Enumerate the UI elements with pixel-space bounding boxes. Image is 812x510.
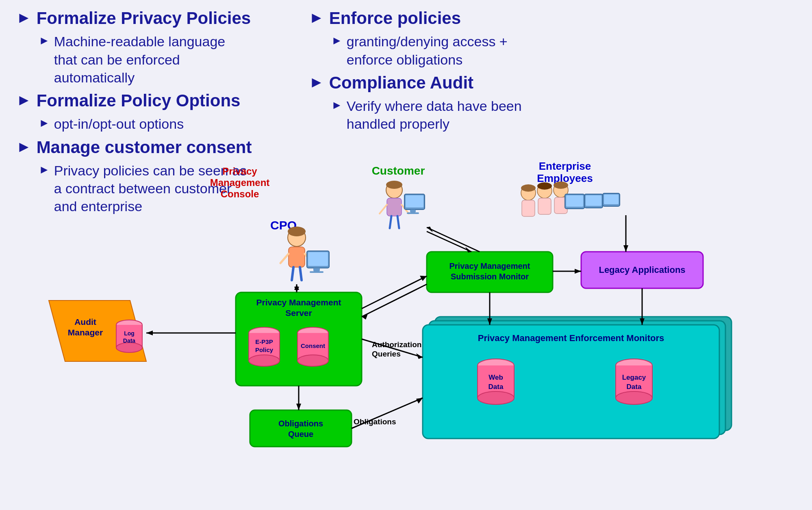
arrow-icon-r-sub-1: ► <box>331 34 343 47</box>
svg-rect-67 <box>423 325 719 439</box>
svg-text:Queue: Queue <box>288 430 313 439</box>
arrow-icon-sub-1: ► <box>39 34 50 47</box>
svg-marker-100 <box>420 276 427 281</box>
bullet-r2: ► Compliance Audit <box>309 73 545 93</box>
svg-rect-41 <box>586 195 601 206</box>
svg-rect-60 <box>427 252 553 292</box>
svg-point-73 <box>478 391 514 404</box>
svg-rect-11 <box>307 251 329 268</box>
svg-text:Log: Log <box>124 330 135 337</box>
svg-marker-102 <box>362 314 368 320</box>
svg-text:Consent: Consent <box>301 342 325 349</box>
svg-marker-83 <box>49 300 146 361</box>
bullet-2-sub-1-text: opt-in/opt-out options <box>54 115 184 133</box>
svg-point-51 <box>249 355 280 366</box>
svg-text:Privacy Management: Privacy Management <box>449 261 530 270</box>
svg-marker-98 <box>294 287 299 292</box>
svg-line-116 <box>427 231 471 252</box>
svg-text:Submission Monitor: Submission Monitor <box>451 272 529 281</box>
arrow-icon-r1: ► <box>309 9 324 26</box>
svg-rect-65 <box>435 317 732 430</box>
svg-text:Customer: Customer <box>372 164 425 177</box>
bullet-3-sub-1: ► Privacy policies can be seen as a cont… <box>39 162 252 216</box>
svg-text:Privacy Management Enforcement: Privacy Management Enforcement Monitors <box>478 333 664 343</box>
bullet-3-text: Manage customer consent <box>37 137 252 158</box>
svg-rect-39 <box>566 195 583 207</box>
svg-point-58 <box>297 355 328 366</box>
svg-rect-48 <box>249 333 280 361</box>
bullet-2-text: Formalize Policy Options <box>37 91 241 111</box>
svg-text:Obligations: Obligations <box>354 417 396 426</box>
svg-text:Policy: Policy <box>255 346 274 353</box>
right-column: ► Enforce policies ► granting/denying ac… <box>309 8 545 136</box>
arrow-icon-3: ► <box>16 138 32 156</box>
svg-point-54 <box>297 327 328 339</box>
svg-rect-63 <box>581 252 703 288</box>
svg-point-17 <box>386 181 402 189</box>
svg-marker-97 <box>294 284 299 290</box>
svg-rect-37 <box>554 197 567 214</box>
bullet-r1-sub-1: ► granting/denying access + enforce obli… <box>331 32 545 68</box>
svg-line-99 <box>362 276 427 309</box>
bullet-r2-sub-1: ► Verify where data have been handled pr… <box>331 97 545 133</box>
svg-point-35 <box>554 183 568 197</box>
bullet-2: ► Formalize Policy Options <box>16 91 252 111</box>
bullet-3: ► Manage customer consent <box>16 137 252 158</box>
svg-point-32 <box>537 184 552 198</box>
svg-line-9 <box>292 267 293 280</box>
left-column: ► Formalize Privacy Policies ► Machine-r… <box>16 8 252 218</box>
svg-point-36 <box>554 182 568 189</box>
svg-rect-40 <box>584 194 603 208</box>
bullet-1: ► Formalize Privacy Policies <box>16 8 252 28</box>
svg-text:Audit: Audit <box>74 317 96 326</box>
arrow-icon-sub-2: ► <box>39 117 50 130</box>
bullet-2-sub-1: ► opt-in/opt-out options <box>39 115 252 133</box>
svg-rect-42 <box>603 193 620 206</box>
svg-line-8 <box>305 254 313 263</box>
svg-rect-18 <box>387 198 402 216</box>
svg-rect-25 <box>410 210 416 212</box>
bullet-r2-text: Compliance Audit <box>329 73 473 93</box>
svg-text:Web: Web <box>489 374 503 381</box>
bullet-r2-sub-1-text: Verify where data have been handled prop… <box>347 97 545 133</box>
svg-text:Obligations: Obligations <box>278 419 323 428</box>
svg-rect-44 <box>236 292 362 386</box>
svg-marker-121 <box>623 245 628 252</box>
svg-line-22 <box>397 216 399 228</box>
svg-text:Privacy Management: Privacy Management <box>256 298 341 307</box>
arrow-icon-2: ► <box>16 91 32 109</box>
bullet-1-text: Formalize Privacy Policies <box>37 8 251 28</box>
svg-rect-31 <box>522 200 535 216</box>
svg-point-90 <box>116 343 142 352</box>
svg-rect-6 <box>289 247 305 267</box>
svg-marker-108 <box>146 331 153 335</box>
svg-point-5 <box>288 227 306 236</box>
svg-text:Data: Data <box>123 337 136 344</box>
svg-rect-34 <box>538 198 551 214</box>
svg-rect-87 <box>116 325 142 348</box>
svg-line-118 <box>427 227 480 252</box>
svg-rect-26 <box>407 212 419 214</box>
svg-rect-12 <box>308 252 328 266</box>
svg-rect-13 <box>313 268 320 271</box>
svg-text:Data: Data <box>627 383 642 391</box>
svg-text:CPO: CPO <box>270 218 297 232</box>
svg-point-29 <box>521 186 536 200</box>
svg-rect-23 <box>404 194 425 210</box>
svg-marker-104 <box>416 353 423 359</box>
svg-text:Legacy Applications: Legacy Applications <box>599 265 685 275</box>
svg-text:Server: Server <box>285 308 312 318</box>
bullet-r1-sub-1-text: granting/denying access + enforce obliga… <box>347 32 545 68</box>
svg-line-19 <box>380 205 387 214</box>
bullet-r1: ► Enforce policies <box>309 8 545 28</box>
svg-marker-110 <box>296 404 301 410</box>
arrow-icon-sub-3: ► <box>39 163 50 176</box>
svg-marker-117 <box>465 247 471 253</box>
svg-point-16 <box>386 182 402 198</box>
svg-rect-14 <box>310 271 323 273</box>
svg-point-69 <box>478 359 514 372</box>
svg-line-10 <box>300 267 302 280</box>
svg-line-21 <box>390 216 391 228</box>
svg-rect-38 <box>565 194 584 209</box>
bullet-1-sub-1: ► Machine-readable language that can be … <box>39 32 252 86</box>
